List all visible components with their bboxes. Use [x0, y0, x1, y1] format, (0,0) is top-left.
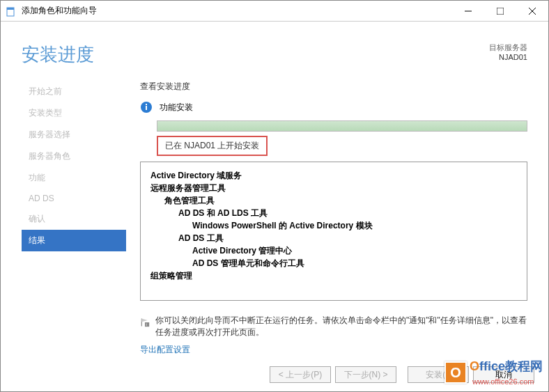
footer-buttons: < 上一步(P) 下一步(N) > 安装(I) 取消: [270, 366, 534, 383]
step-before-begin: 开始之前: [22, 81, 126, 102]
svg-rect-3: [497, 8, 504, 15]
page-title: 安装进度: [22, 42, 94, 67]
wizard-icon: [6, 6, 17, 17]
svg-rect-1: [7, 8, 14, 10]
tree-item: 远程服务器管理工具: [150, 182, 517, 194]
titlebar: 添加角色和功能向导: [1, 1, 548, 22]
flag-icon: i: [140, 316, 150, 329]
target-server-info: 目标服务器 NJAD01: [489, 42, 527, 67]
hint-row: i 你可以关闭此向导而不中断正在运行的任务。请依次单击命令栏中的"通知"和"任务…: [140, 315, 527, 338]
export-config-link[interactable]: 导出配置设置: [140, 344, 190, 356]
minimize-button[interactable]: [452, 1, 484, 22]
maximize-icon: [497, 8, 504, 15]
step-features: 功能: [22, 167, 126, 189]
status-text: 功能安装: [160, 102, 193, 113]
server-name: NJAD01: [489, 53, 527, 61]
main-area: 开始之前 安装类型 服务器选择 服务器角色 功能 AD DS 确认 结果 查看安…: [1, 81, 548, 356]
svg-rect-8: [146, 104, 147, 105]
wizard-window: 添加角色和功能向导 安装进度 目标服务器 NJAD01 开始之前 安装类型 服务…: [0, 0, 549, 392]
cancel-button[interactable]: 取消: [473, 366, 534, 383]
step-confirm: 确认: [22, 208, 126, 230]
content-panel: 查看安装进度 功能安装 已在 NJAD01 上开始安装 Active Direc…: [126, 81, 527, 356]
close-button[interactable]: [516, 1, 548, 22]
install-started-message: 已在 NJAD01 上开始安装: [157, 136, 268, 156]
close-icon: [529, 8, 536, 15]
window-controls: [452, 1, 548, 22]
server-label: 目标服务器: [489, 42, 527, 53]
window-title: 添加角色和功能向导: [22, 5, 452, 17]
minimize-icon: [465, 8, 472, 15]
next-button: 下一步(N) >: [335, 366, 396, 383]
step-adds: AD DS: [22, 189, 126, 208]
tree-item: Windows PowerShell 的 Active Directory 模块: [192, 219, 517, 232]
tree-item: 组策略管理: [150, 269, 517, 282]
status-row: 功能安装: [140, 101, 527, 113]
info-icon: [140, 101, 153, 113]
tree-item: Active Directory 域服务: [150, 169, 517, 182]
tree-item: Active Directory 管理中心: [192, 244, 517, 257]
svg-text:i: i: [146, 322, 147, 327]
step-install-type: 安装类型: [22, 102, 126, 124]
maximize-button[interactable]: [484, 1, 516, 22]
header: 安装进度 目标服务器 NJAD01: [1, 22, 548, 81]
tree-item: 角色管理工具: [164, 194, 517, 207]
previous-button: < 上一步(P): [270, 366, 331, 383]
tree-item: AD DS 工具: [178, 232, 517, 244]
svg-rect-7: [146, 106, 147, 110]
install-button: 安装(I): [408, 366, 469, 383]
wizard-steps: 开始之前 安装类型 服务器选择 服务器角色 功能 AD DS 确认 结果: [22, 81, 126, 356]
step-server-select: 服务器选择: [22, 124, 126, 146]
tree-item: AD DS 管理单元和命令行工具: [192, 257, 517, 269]
feature-tree: Active Directory 域服务 远程服务器管理工具 角色管理工具 AD…: [140, 162, 527, 301]
step-server-roles: 服务器角色: [22, 146, 126, 167]
step-results[interactable]: 结果: [22, 230, 126, 251]
section-title: 查看安装进度: [140, 81, 527, 93]
tree-item: AD DS 和 AD LDS 工具: [178, 207, 517, 219]
hint-text: 你可以关闭此向导而不中断正在运行的任务。请依次单击命令栏中的"通知"和"任务详细…: [155, 315, 527, 338]
progress-bar: [157, 120, 527, 132]
